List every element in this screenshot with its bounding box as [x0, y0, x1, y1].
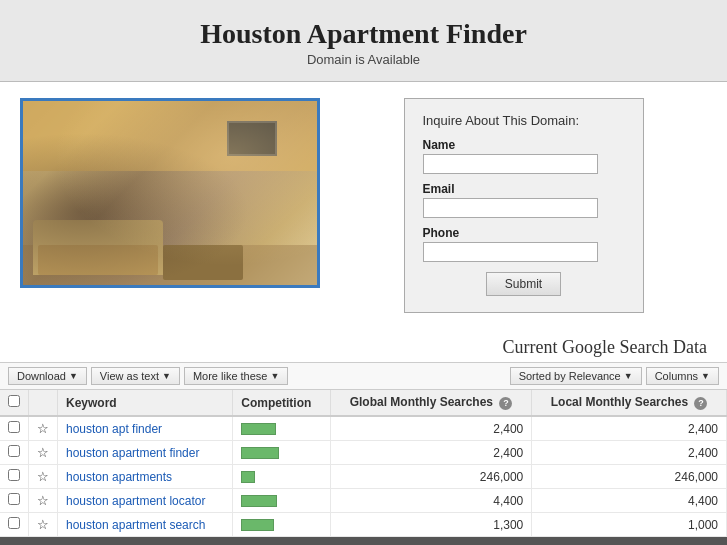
page-title: Houston Apartment Finder [10, 18, 717, 50]
global-info-icon[interactable]: ? [499, 397, 512, 410]
table-row: ☆houston apartment finder2,4002,400 [0, 441, 727, 465]
row-checkbox[interactable] [8, 469, 20, 481]
table-row: ☆houston apartment search1,3001,000 [0, 513, 727, 537]
row-competition-cell [233, 465, 331, 489]
row-global-monthly-cell: 1,300 [330, 513, 531, 537]
submit-button[interactable]: Submit [486, 272, 561, 296]
email-field-group: Email [423, 182, 625, 218]
table-toolbar: Download ▼ View as text ▼ More like thes… [0, 362, 727, 390]
phone-field-group: Phone [423, 226, 625, 262]
th-checkbox [0, 390, 29, 416]
view-as-text-button[interactable]: View as text ▼ [91, 367, 180, 385]
email-input[interactable] [423, 198, 598, 218]
row-global-monthly-cell: 2,400 [330, 441, 531, 465]
inquiry-section: Inquire About This Domain: Name Email Ph… [340, 98, 707, 313]
th-local-monthly: Local Monthly Searches ? [532, 390, 727, 416]
keyword-link[interactable]: houston apt finder [66, 422, 162, 436]
view-arrow-icon: ▼ [162, 371, 171, 381]
row-keyword-cell: houston apartments [58, 465, 233, 489]
row-competition-cell [233, 513, 331, 537]
row-checkbox[interactable] [8, 445, 20, 457]
competition-bar [241, 495, 277, 507]
page-subtitle: Domain is Available [10, 52, 717, 67]
th-keyword: Keyword [58, 390, 233, 416]
row-checkbox-cell [0, 465, 29, 489]
competition-bar [241, 519, 274, 531]
th-global-monthly: Global Monthly Searches ? [330, 390, 531, 416]
name-field-group: Name [423, 138, 625, 174]
row-global-monthly-cell: 2,400 [330, 416, 531, 441]
name-input[interactable] [423, 154, 598, 174]
th-star [29, 390, 58, 416]
row-checkbox-cell [0, 441, 29, 465]
columns-arrow-icon: ▼ [701, 371, 710, 381]
row-checkbox-cell [0, 416, 29, 441]
image-section [20, 98, 320, 288]
keyword-table: Keyword Competition Global Monthly Searc… [0, 390, 727, 537]
more-like-these-button[interactable]: More like these ▼ [184, 367, 289, 385]
sorted-by-button[interactable]: Sorted by Relevance ▼ [510, 367, 642, 385]
row-keyword-cell: houston apartment locator [58, 489, 233, 513]
search-data-title: Current Google Search Data [0, 329, 727, 362]
row-star-cell[interactable]: ☆ [29, 416, 58, 441]
row-star-cell[interactable]: ☆ [29, 489, 58, 513]
th-competition: Competition [233, 390, 331, 416]
row-checkbox[interactable] [8, 493, 20, 505]
download-arrow-icon: ▼ [69, 371, 78, 381]
apartment-image [20, 98, 320, 288]
competition-bar [241, 423, 276, 435]
competition-bar [241, 447, 279, 459]
row-local-monthly-cell: 4,400 [532, 489, 727, 513]
row-star-cell[interactable]: ☆ [29, 441, 58, 465]
select-all-checkbox[interactable] [8, 395, 20, 407]
inquiry-title: Inquire About This Domain: [423, 113, 625, 128]
table-body: ☆houston apt finder2,4002,400☆houston ap… [0, 416, 727, 537]
email-label: Email [423, 182, 625, 196]
row-checkbox[interactable] [8, 421, 20, 433]
columns-button[interactable]: Columns ▼ [646, 367, 719, 385]
keyword-link[interactable]: houston apartment finder [66, 446, 199, 460]
row-global-monthly-cell: 246,000 [330, 465, 531, 489]
row-keyword-cell: houston apt finder [58, 416, 233, 441]
row-keyword-cell: houston apartment finder [58, 441, 233, 465]
row-competition-cell [233, 441, 331, 465]
keyword-link[interactable]: houston apartment locator [66, 494, 205, 508]
local-info-icon[interactable]: ? [694, 397, 707, 410]
row-global-monthly-cell: 4,400 [330, 489, 531, 513]
inquiry-box: Inquire About This Domain: Name Email Ph… [404, 98, 644, 313]
name-label: Name [423, 138, 625, 152]
row-star-cell[interactable]: ☆ [29, 513, 58, 537]
phone-label: Phone [423, 226, 625, 240]
phone-input[interactable] [423, 242, 598, 262]
table-row: ☆houston apt finder2,4002,400 [0, 416, 727, 441]
row-local-monthly-cell: 246,000 [532, 465, 727, 489]
main-content: Inquire About This Domain: Name Email Ph… [0, 82, 727, 329]
row-checkbox-cell [0, 513, 29, 537]
page-header: Houston Apartment Finder Domain is Avail… [0, 0, 727, 82]
download-button[interactable]: Download ▼ [8, 367, 87, 385]
row-competition-cell [233, 416, 331, 441]
table-row: ☆houston apartment locator4,4004,400 [0, 489, 727, 513]
row-competition-cell [233, 489, 331, 513]
row-local-monthly-cell: 2,400 [532, 441, 727, 465]
row-local-monthly-cell: 1,000 [532, 513, 727, 537]
table-row: ☆houston apartments246,000246,000 [0, 465, 727, 489]
row-checkbox[interactable] [8, 517, 20, 529]
competition-bar [241, 471, 255, 483]
more-arrow-icon: ▼ [270, 371, 279, 381]
row-checkbox-cell [0, 489, 29, 513]
row-keyword-cell: houston apartment search [58, 513, 233, 537]
row-local-monthly-cell: 2,400 [532, 416, 727, 441]
keyword-link[interactable]: houston apartment search [66, 518, 205, 532]
page-footer: FAHRENHEIT [0, 537, 727, 545]
keyword-link[interactable]: houston apartments [66, 470, 172, 484]
sorted-arrow-icon: ▼ [624, 371, 633, 381]
row-star-cell[interactable]: ☆ [29, 465, 58, 489]
toolbar-right: Sorted by Relevance ▼ Columns ▼ [510, 367, 719, 385]
table-header-row: Keyword Competition Global Monthly Searc… [0, 390, 727, 416]
